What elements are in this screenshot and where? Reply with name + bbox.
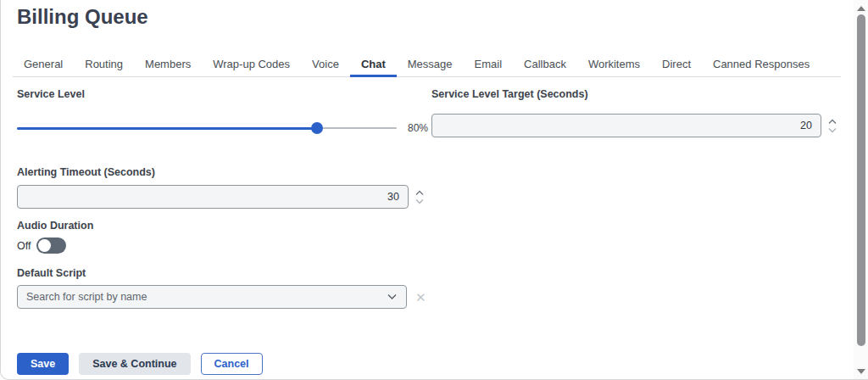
audio-duration-label: Audio Duration xyxy=(17,220,271,232)
alerting-timeout-label: Alerting Timeout (Seconds) xyxy=(17,166,449,178)
clear-selection-icon[interactable]: ✕ xyxy=(415,291,426,304)
stepper-down-icon[interactable] xyxy=(827,127,837,133)
stepper-up-icon[interactable] xyxy=(415,190,425,196)
stepper-down-icon[interactable] xyxy=(415,198,425,204)
tab-message[interactable]: Message xyxy=(397,53,464,77)
chevron-down-icon xyxy=(387,293,398,300)
service-level-target-field: Service Level Target (Seconds) xyxy=(431,88,838,137)
tab-voice[interactable]: Voice xyxy=(301,53,350,77)
save-continue-button[interactable]: Save & Continue xyxy=(79,353,190,375)
slider-fill xyxy=(17,127,317,130)
slider-thumb[interactable] xyxy=(311,122,323,134)
tab-workitems[interactable]: Workitems xyxy=(577,53,651,77)
audio-duration-state: Off xyxy=(17,240,31,252)
cancel-button[interactable]: Cancel xyxy=(201,353,263,375)
scrollbar-thumb[interactable] xyxy=(857,14,865,346)
toggle-knob xyxy=(38,239,51,252)
audio-duration-field: Audio Duration Off xyxy=(17,220,271,254)
service-level-slider-row: 80% xyxy=(17,122,441,134)
tab-wrap-up-codes[interactable]: Wrap-up Codes xyxy=(202,53,301,77)
tab-routing[interactable]: Routing xyxy=(74,53,134,77)
service-level-field: Service Level 80% xyxy=(17,88,441,134)
tab-direct[interactable]: Direct xyxy=(651,53,702,77)
audio-duration-toggle[interactable] xyxy=(36,238,66,254)
default-script-placeholder: Search for script by name xyxy=(26,291,147,303)
tab-chat[interactable]: Chat xyxy=(350,53,397,77)
footer-actions: Save Save & Continue Cancel xyxy=(17,353,263,375)
scrollbar-up-icon[interactable] xyxy=(857,6,865,11)
tab-email[interactable]: Email xyxy=(464,53,514,77)
service-level-target-input[interactable] xyxy=(431,114,821,137)
service-level-value: 80% xyxy=(408,122,428,134)
default-script-label: Default Script xyxy=(17,267,458,279)
queue-settings-page: Billing Queue GeneralRoutingMembersWrap-… xyxy=(0,0,868,380)
default-script-dropdown[interactable]: Search for script by name xyxy=(17,285,407,309)
stepper-up-icon[interactable] xyxy=(827,119,837,125)
tab-general[interactable]: General xyxy=(13,53,74,77)
vertical-scrollbar xyxy=(854,0,868,379)
service-level-label: Service Level xyxy=(17,88,441,100)
tab-bar: GeneralRoutingMembersWrap-up CodesVoiceC… xyxy=(13,53,841,77)
alerting-timeout-stepper xyxy=(415,190,425,204)
tab-canned-responses[interactable]: Canned Responses xyxy=(702,53,821,77)
service-level-slider[interactable] xyxy=(17,122,397,134)
service-level-target-label: Service Level Target (Seconds) xyxy=(431,88,838,100)
scrollbar-down-icon[interactable] xyxy=(857,369,865,374)
tab-callback[interactable]: Callback xyxy=(513,53,577,77)
service-level-target-stepper xyxy=(827,119,837,133)
default-script-field: Default Script Search for script by name… xyxy=(17,267,458,309)
alerting-timeout-input[interactable] xyxy=(17,185,409,209)
tab-members[interactable]: Members xyxy=(134,53,202,77)
page-title: Billing Queue xyxy=(17,5,148,29)
alerting-timeout-field: Alerting Timeout (Seconds) xyxy=(17,166,449,209)
save-button[interactable]: Save xyxy=(17,353,69,375)
